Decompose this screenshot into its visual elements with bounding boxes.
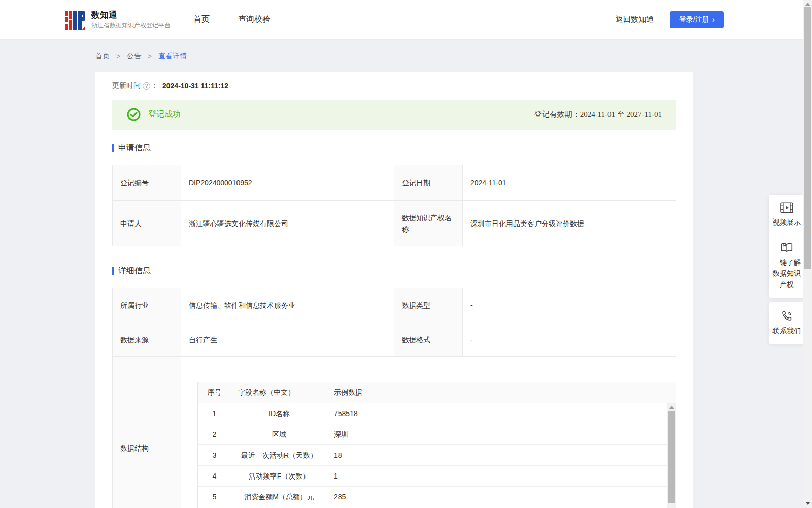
chevron-right-icon: › [712, 16, 715, 24]
scroll-up-arrow-icon[interactable] [669, 406, 674, 409]
logo[interactable]: 数知通 浙江省数据知识产权登记平台 [65, 9, 171, 30]
contact-us-button[interactable]: 联系我们 [772, 310, 801, 336]
breadcrumb-home[interactable]: 首页 [95, 52, 110, 60]
table-row: 申请人 浙江疆心疆选文化传媒有限公司 数据知识产权名称 深圳市日化用品类客户分级… [113, 201, 676, 246]
label-applicant: 申请人 [113, 201, 181, 246]
section-accent-bar [112, 267, 114, 275]
value-reg-number: DIP2024000010952 [181, 165, 394, 201]
apply-info-table: 登记编号 DIP2024000010952 登记日期 2024-11-01 申请… [112, 165, 676, 246]
label-data-source: 数据来源 [113, 323, 181, 357]
nav-item-verify[interactable]: 查询校验 [238, 14, 270, 25]
table-row: 数据来源 自行产生 数据格式 - [113, 323, 676, 357]
label-data-format: 数据格式 [394, 323, 463, 357]
breadcrumb-separator: > [148, 52, 152, 60]
detail-info-table: 所属行业 信息传输、软件和信息技术服务业 数据类型 - 数据来源 自行产生 数据… [112, 288, 676, 508]
data-structure-table: 序号 字段名称（中文） 示例数据 1 ID名称 758518 2 [197, 382, 676, 508]
value-applicant: 浙江疆心疆选文化传媒有限公司 [181, 201, 394, 246]
structure-header-row: 序号 字段名称（中文） 示例数据 [198, 382, 676, 403]
phone-icon [781, 310, 793, 322]
status-text: 登记成功 [148, 109, 181, 120]
video-icon [780, 202, 793, 213]
structure-row: 5 消费金额M（总额）元 285 [198, 487, 676, 507]
detail-card: 更新时间 ? ： 2024-10-31 11:11:12 登记成功 登记有效期：… [95, 72, 693, 508]
scrollbar-thumb[interactable] [804, 7, 811, 269]
value-data-source: 自行产生 [181, 323, 394, 357]
divider [775, 235, 798, 235]
col-header-field: 字段名称（中文） [231, 382, 327, 403]
label-reg-number: 登记编号 [113, 165, 181, 201]
update-time-value: 2024-10-31 11:11:12 [162, 82, 228, 90]
section-accent-bar [112, 144, 114, 152]
breadcrumb: 首页 > 公告 > 查看详情 [0, 40, 812, 61]
breadcrumb-current: 查看详情 [158, 52, 187, 60]
logo-subtitle: 浙江省数据知识产权登记平台 [91, 21, 171, 30]
book-icon [780, 242, 793, 253]
structure-row: 4 活动频率F（次数） 1 [198, 466, 676, 487]
breadcrumb-notice[interactable]: 公告 [127, 52, 141, 60]
update-time-row: 更新时间 ? ： 2024-10-31 11:11:12 [112, 81, 676, 90]
section-title-apply: 申请信息 [112, 143, 676, 153]
structure-row: 1 ID名称 758518 [198, 403, 676, 424]
side-panel-contact: 联系我们 [769, 302, 804, 344]
value-data-format: - [463, 323, 676, 357]
breadcrumb-separator: > [116, 52, 120, 60]
logo-title: 数知通 [91, 10, 171, 21]
learn-dip-label: 一键了解数据知识产权 [772, 257, 801, 290]
structure-row: 3 最近一次活动R（天数） 18 [198, 445, 676, 466]
section-title-detail: 详细信息 [112, 266, 676, 276]
page-scrollbar [803, 0, 812, 508]
top-bar: 数知通 浙江省数据知识产权登记平台 首页 查询校验 返回数知通 登录/注册 › [0, 0, 812, 40]
validity-period: 登记有效期：2024-11-01 至 2027-11-01 [534, 110, 662, 119]
value-dip-name: 深圳市日化用品类客户分级评价数据 [463, 201, 676, 246]
table-row: 所属行业 信息传输、软件和信息技术服务业 数据类型 - [113, 288, 676, 323]
col-header-sample: 示例数据 [327, 382, 676, 403]
nav-item-home[interactable]: 首页 [193, 14, 210, 25]
scrollbar-thumb[interactable] [668, 411, 675, 503]
scroll-up-arrow-icon[interactable] [805, 3, 810, 6]
update-time-label: 更新时间 [112, 81, 141, 90]
login-register-button[interactable]: 登录/注册 › [670, 11, 724, 28]
registration-success-banner: 登记成功 登记有效期：2024-11-01 至 2027-11-01 [112, 100, 676, 130]
value-reg-date: 2024-11-01 [463, 165, 676, 201]
video-showcase-button[interactable]: 视频展示 [772, 202, 801, 228]
col-header-no: 序号 [198, 382, 231, 403]
side-panel-top: 视频展示 一键了解数据知识产权 [769, 195, 804, 298]
table-row: 登记编号 DIP2024000010952 登记日期 2024-11-01 [113, 165, 676, 201]
label-industry: 所属行业 [113, 288, 181, 323]
structure-table-scrollbar [667, 403, 676, 508]
value-industry: 信息传输、软件和信息技术服务业 [181, 288, 394, 323]
learn-dip-button[interactable]: 一键了解数据知识产权 [772, 242, 801, 290]
video-showcase-label: 视频展示 [772, 216, 801, 228]
label-dip-name: 数据知识产权名称 [394, 201, 463, 246]
label-data-structure: 数据结构 [113, 357, 181, 508]
check-circle-icon [127, 108, 141, 121]
value-data-type: - [463, 288, 676, 323]
scroll-down-arrow-icon[interactable] [805, 502, 810, 505]
back-to-portal-link[interactable]: 返回数知通 [616, 15, 654, 24]
data-structure-cell: 序号 字段名称（中文） 示例数据 1 ID名称 758518 2 [181, 357, 676, 508]
main-nav: 首页 查询校验 [193, 14, 299, 25]
contact-us-label: 联系我们 [772, 325, 801, 336]
label-data-type: 数据类型 [394, 288, 463, 323]
table-row: 数据结构 序号 字段名称（中文） 示例数据 1 ID名称 [113, 357, 676, 508]
label-reg-date: 登记日期 [394, 165, 463, 201]
question-circle-icon[interactable]: ? [143, 82, 150, 90]
logo-icon [65, 9, 85, 30]
structure-row: 2 区域 深圳 [198, 424, 676, 445]
